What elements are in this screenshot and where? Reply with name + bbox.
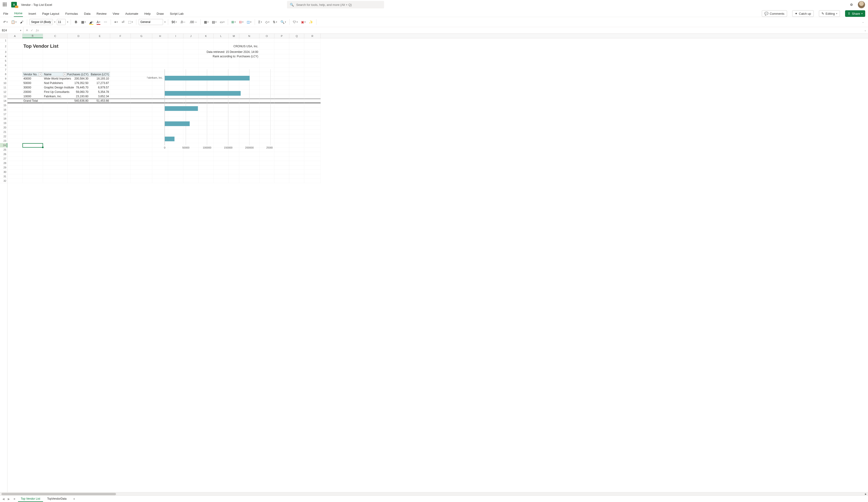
cell[interactable]: [110, 125, 131, 130]
cell[interactable]: [68, 152, 90, 156]
cell[interactable]: [304, 43, 321, 50]
fill-color-button[interactable]: ◢▾: [88, 19, 94, 25]
cell[interactable]: [289, 170, 304, 174]
cell[interactable]: [214, 59, 228, 63]
cell[interactable]: [68, 107, 90, 112]
cell[interactable]: [275, 147, 289, 152]
cell[interactable]: [168, 165, 183, 170]
cell[interactable]: [152, 161, 168, 165]
tab-view[interactable]: View: [112, 12, 120, 17]
cell[interactable]: [289, 54, 304, 59]
row-header[interactable]: 25: [0, 147, 7, 152]
cell[interactable]: [8, 152, 22, 156]
row-header[interactable]: 2: [0, 43, 7, 50]
cell[interactable]: Grand Total: [22, 99, 43, 103]
cell[interactable]: [259, 174, 275, 179]
cell[interactable]: 10000: [22, 94, 43, 99]
cell[interactable]: [228, 156, 239, 161]
cell[interactable]: [68, 112, 90, 116]
currency-button[interactable]: $€▾: [170, 19, 178, 25]
tab-home[interactable]: Home: [14, 11, 23, 17]
add-sheet-icon[interactable]: ＋: [71, 497, 78, 501]
cell[interactable]: [110, 50, 131, 54]
cell[interactable]: [22, 38, 43, 43]
cell[interactable]: [228, 174, 239, 179]
cell[interactable]: [289, 125, 304, 130]
cell[interactable]: [152, 59, 168, 63]
cell[interactable]: [110, 43, 131, 50]
cell[interactable]: [43, 112, 68, 116]
cell[interactable]: [168, 50, 183, 54]
cell[interactable]: [199, 43, 214, 50]
cell[interactable]: [8, 76, 22, 81]
cell[interactable]: Graphic Design Institute: [43, 85, 68, 90]
cell[interactable]: [90, 121, 110, 125]
cell[interactable]: [304, 50, 321, 54]
cell[interactable]: [8, 170, 22, 174]
cell[interactable]: [68, 68, 90, 72]
cell[interactable]: [214, 165, 228, 170]
decrease-decimal-button[interactable]: .0←: [179, 19, 187, 25]
cell[interactable]: [43, 174, 68, 179]
cell[interactable]: [304, 81, 321, 85]
cell[interactable]: [43, 116, 68, 121]
cell[interactable]: 40000: [22, 76, 43, 81]
cell[interactable]: [304, 152, 321, 156]
chart-bar[interactable]: [165, 91, 241, 96]
column-header[interactable]: M: [228, 34, 239, 38]
cell[interactable]: [22, 134, 43, 139]
cell[interactable]: 78,445.70: [68, 85, 90, 90]
cell[interactable]: 50000: [22, 81, 43, 85]
undo-button[interactable]: ↶▾: [2, 19, 9, 25]
cell[interactable]: [304, 103, 321, 107]
cell[interactable]: [8, 63, 22, 68]
cell[interactable]: [22, 156, 43, 161]
cell[interactable]: [110, 54, 131, 59]
cell[interactable]: [110, 103, 131, 107]
row-header[interactable]: 7: [0, 68, 7, 72]
cell[interactable]: [22, 107, 43, 112]
tab-draw[interactable]: Draw: [156, 12, 164, 17]
row-header[interactable]: 12: [0, 90, 7, 94]
column-header[interactable]: K: [199, 34, 214, 38]
cell[interactable]: [8, 174, 22, 179]
cell[interactable]: [259, 152, 275, 156]
cell[interactable]: [152, 165, 168, 170]
cell[interactable]: [183, 50, 199, 54]
cell[interactable]: [8, 161, 22, 165]
tab-formulas[interactable]: Formulas: [65, 12, 78, 17]
cell[interactable]: [275, 139, 289, 143]
cell[interactable]: [199, 63, 214, 68]
cell[interactable]: [199, 38, 214, 43]
cell[interactable]: First Up Consultants: [43, 90, 68, 94]
tab-help[interactable]: Help: [144, 12, 151, 17]
cell[interactable]: [68, 165, 90, 170]
cell[interactable]: [275, 107, 289, 112]
tab-page-layout[interactable]: Page Layout: [42, 12, 60, 17]
cell[interactable]: [68, 38, 90, 43]
cell[interactable]: [304, 63, 321, 68]
cell[interactable]: [68, 59, 90, 63]
cell[interactable]: [259, 59, 275, 63]
cell[interactable]: [183, 43, 199, 50]
cell[interactable]: [289, 63, 304, 68]
cell[interactable]: [131, 174, 152, 179]
addins-button[interactable]: ▣▾: [300, 19, 307, 25]
row-header[interactable]: 11: [0, 85, 7, 90]
cell[interactable]: [259, 50, 275, 54]
cell[interactable]: [239, 179, 259, 183]
row-header[interactable]: 1: [0, 38, 7, 43]
row-header[interactable]: 30: [0, 170, 7, 174]
cell[interactable]: [304, 59, 321, 63]
cell[interactable]: [43, 179, 68, 183]
cell[interactable]: [289, 38, 304, 43]
cell[interactable]: [199, 54, 214, 59]
cell[interactable]: [289, 59, 304, 63]
next-sheet-icon[interactable]: ▶: [7, 497, 11, 501]
tab-data[interactable]: Data: [83, 12, 91, 17]
cell[interactable]: [289, 85, 304, 90]
cell[interactable]: [90, 174, 110, 179]
cell[interactable]: 18,193.10: [90, 76, 110, 81]
cell[interactable]: [8, 72, 22, 76]
cell[interactable]: [239, 152, 259, 156]
